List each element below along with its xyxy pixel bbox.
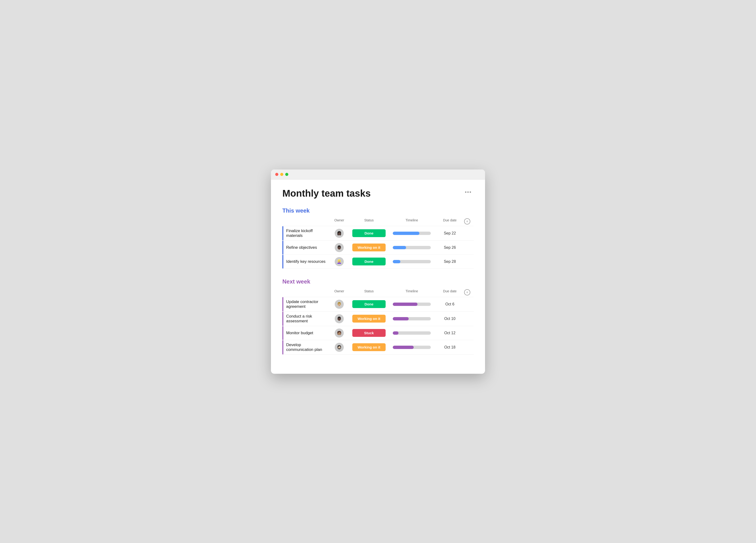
avatar: 👨🏼 (335, 300, 344, 309)
task-border-indicator (282, 297, 283, 312)
col-header-due-date: Due date (436, 218, 464, 224)
task-border-indicator (282, 340, 283, 355)
timeline-cell (388, 332, 436, 335)
table-header-this-week: OwnerStatusTimelineDue date+ (282, 217, 474, 226)
progress-fill (393, 332, 398, 335)
table-row[interactable]: Monitor budget🧑🏽StuckOct 12 (282, 326, 474, 340)
due-date: Oct 12 (436, 331, 464, 335)
table-row[interactable]: Finalize kickoff materials👩🏿DoneSep 22 (282, 226, 474, 240)
status-badge[interactable]: Working on it (352, 243, 386, 251)
task-name: Conduct a risk assessment (282, 314, 329, 324)
section-title-this-week: This week (282, 207, 310, 214)
progress-bar (393, 231, 431, 235)
progress-bar (393, 317, 431, 321)
maximize-button[interactable] (285, 173, 288, 176)
task-name: Update contractor agreement (282, 300, 329, 309)
progress-fill (393, 231, 419, 235)
avatar: 🧔🏻 (335, 343, 344, 352)
owner-cell: 👩🏿 (329, 229, 350, 238)
timeline-cell (388, 260, 436, 263)
progress-fill (393, 317, 409, 321)
progress-fill (393, 346, 414, 349)
task-name: Identify key resources (282, 259, 329, 264)
avatar: 🧑🏽 (335, 329, 344, 338)
table-row[interactable]: Refine objectives👨🏿Working on itSep 26 (282, 240, 474, 254)
table-row[interactable]: Conduct a risk assessment👨🏿Working on it… (282, 312, 474, 326)
due-date: Oct 6 (436, 302, 464, 307)
col-header-timeline: Timeline (388, 218, 436, 224)
avatar: 👨🏿 (335, 243, 344, 252)
status-badge[interactable]: Done (352, 229, 386, 237)
task-border-indicator (282, 241, 283, 254)
task-border-indicator (282, 312, 283, 326)
status-cell: Done (350, 300, 388, 308)
owner-cell: 👨🏼 (329, 300, 350, 309)
timeline-cell (388, 317, 436, 321)
col-header-owner: Owner (329, 218, 350, 224)
status-cell: Stuck (350, 329, 388, 337)
progress-bar (393, 303, 431, 306)
owner-cell: 👱🏼‍♀️ (329, 257, 350, 266)
table-header-next-week: OwnerStatusTimelineDue date+ (282, 288, 474, 297)
due-date: Oct 10 (436, 317, 464, 321)
task-name: Develop communication plan (282, 343, 329, 352)
page-header: Monthly team tasks ••• (282, 188, 474, 199)
more-menu-button[interactable]: ••• (463, 188, 474, 196)
due-date: Sep 28 (436, 259, 464, 264)
col-header-due-date: Due date (436, 289, 464, 296)
status-badge[interactable]: Working on it (352, 343, 386, 351)
close-button[interactable] (275, 173, 278, 176)
table-row[interactable]: Develop communication plan🧔🏻Working on i… (282, 340, 474, 355)
section-next-week: Next weekOwnerStatusTimelineDue date+Upd… (282, 278, 474, 355)
col-header-task (286, 289, 329, 296)
avatar: 👩🏿 (335, 229, 344, 238)
progress-fill (393, 260, 400, 263)
minimize-button[interactable] (280, 173, 283, 176)
progress-fill (393, 303, 417, 306)
progress-fill (393, 246, 406, 249)
status-cell: Working on it (350, 315, 388, 323)
timeline-cell (388, 246, 436, 249)
progress-bar (393, 260, 431, 263)
status-badge[interactable]: Done (352, 300, 386, 308)
col-header-status: Status (350, 218, 388, 224)
due-date: Sep 22 (436, 231, 464, 235)
progress-bar (393, 246, 431, 249)
page-title: Monthly team tasks (282, 188, 371, 199)
owner-cell: 👨🏿 (329, 314, 350, 323)
section-title-next-week: Next week (282, 278, 310, 285)
col-header-status: Status (350, 289, 388, 296)
status-cell: Working on it (350, 343, 388, 351)
task-border-indicator (282, 255, 283, 268)
task-border-indicator (282, 326, 283, 340)
progress-bar (393, 346, 431, 349)
task-border-indicator (282, 226, 283, 240)
status-badge[interactable]: Stuck (352, 329, 386, 337)
due-date: Sep 26 (436, 245, 464, 250)
add-task-button[interactable]: + (464, 218, 470, 224)
status-badge[interactable]: Done (352, 257, 386, 265)
task-name: Refine objectives (282, 245, 329, 250)
status-cell: Done (350, 257, 388, 265)
owner-cell: 🧔🏻 (329, 343, 350, 352)
col-header-timeline: Timeline (388, 289, 436, 296)
col-header-owner: Owner (329, 289, 350, 296)
main-content: Monthly team tasks ••• This weekOwnerSta… (271, 179, 485, 374)
table-row[interactable]: Identify key resources👱🏼‍♀️DoneSep 28 (282, 254, 474, 269)
add-task-button[interactable]: + (464, 289, 470, 296)
due-date: Oct 18 (436, 345, 464, 350)
table-row[interactable]: Update contractor agreement👨🏼DoneOct 6 (282, 297, 474, 312)
timeline-cell (388, 346, 436, 349)
task-name: Finalize kickoff materials (282, 228, 329, 238)
task-name: Monitor budget (282, 331, 329, 336)
owner-cell: 👨🏿 (329, 243, 350, 252)
title-bar (271, 169, 485, 179)
avatar: 👱🏼‍♀️ (335, 257, 344, 266)
status-badge[interactable]: Working on it (352, 315, 386, 323)
timeline-cell (388, 231, 436, 235)
col-header-task (286, 218, 329, 224)
status-cell: Working on it (350, 243, 388, 251)
progress-bar (393, 332, 431, 335)
app-window: Monthly team tasks ••• This weekOwnerSta… (271, 169, 485, 374)
col-header-add: + (464, 289, 474, 296)
